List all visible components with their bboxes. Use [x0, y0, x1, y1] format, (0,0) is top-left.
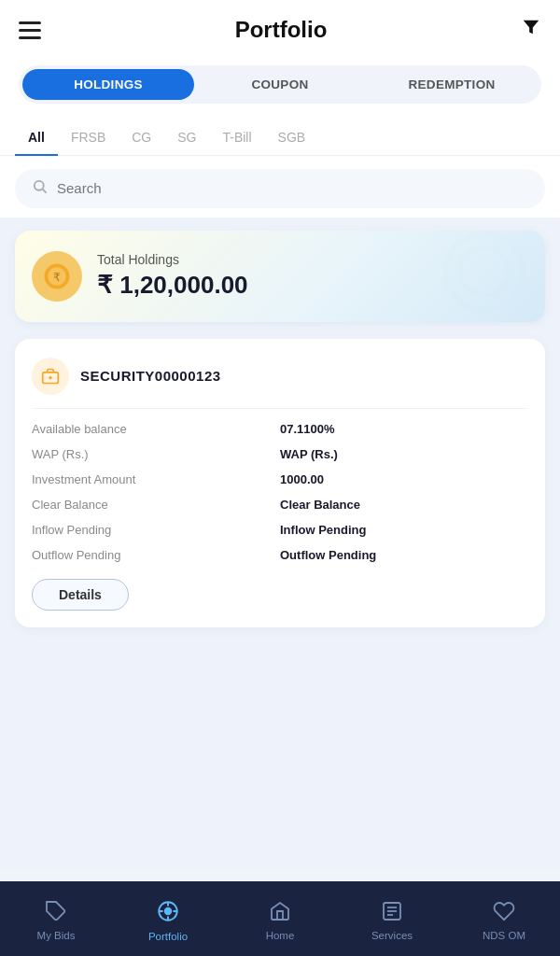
sub-tab-tbill[interactable]: T-Bill — [209, 119, 264, 156]
svg-point-6 — [460, 247, 508, 295]
tab-holdings[interactable]: HOLDINGS — [22, 69, 194, 100]
detail-value-2: 1000.00 — [280, 472, 528, 486]
nav-item-home[interactable]: Home — [224, 881, 336, 956]
hamburger-icon[interactable] — [19, 21, 41, 39]
pill-tab-bar: HOLDINGS COUPON REDEMPTION — [0, 56, 560, 119]
tab-coupon[interactable]: COUPON — [194, 69, 366, 100]
detail-value-5: Outflow Pending — [280, 548, 528, 562]
nav-item-nds-om[interactable]: NDS OM — [448, 881, 560, 956]
security-id: SECURITY00000123 — [80, 368, 221, 384]
search-icon — [32, 178, 48, 199]
services-icon — [381, 900, 403, 926]
sub-tab-sgb[interactable]: SGB — [265, 119, 319, 156]
nav-label-portfolio: Portfolio — [148, 931, 188, 942]
detail-label-1: WAP (Rs.) — [32, 447, 280, 461]
home-icon — [269, 900, 291, 926]
svg-line-1 — [43, 189, 47, 192]
sub-tab-cg[interactable]: CG — [119, 119, 164, 156]
detail-value-3: Clear Balance — [280, 498, 528, 512]
nav-label-my-bids: My Bids — [37, 930, 76, 941]
details-button[interactable]: Details — [32, 579, 129, 611]
svg-point-5 — [446, 232, 523, 309]
portfolio-icon — [156, 899, 180, 927]
sub-tab-bar: All FRSB CG SG T-Bill SGB — [0, 119, 560, 156]
security-briefcase-icon — [32, 358, 69, 395]
nav-label-home: Home — [266, 930, 295, 941]
detail-value-4: Inflow Pending — [280, 523, 528, 537]
detail-value-0: 07.1100% — [280, 422, 528, 436]
security-header: SECURITY00000123 — [32, 358, 528, 409]
main-content: ₹ Total Holdings ₹ 1,20,000.00 — [0, 218, 560, 871]
detail-label-0: Available balance — [32, 422, 280, 436]
search-box — [15, 169, 545, 208]
security-card: SECURITY00000123 Available balance 07.11… — [15, 339, 545, 627]
svg-point-0 — [35, 180, 44, 190]
sub-tab-frsb[interactable]: FRSB — [58, 119, 119, 156]
page-title: Portfolio — [235, 17, 328, 43]
nav-label-nds-om: NDS OM — [483, 930, 525, 941]
sub-tab-sg[interactable]: SG — [164, 119, 209, 156]
filter-icon[interactable] — [521, 17, 541, 43]
holdings-amount: ₹ 1,20,000.00 — [97, 271, 248, 300]
security-details-grid: Available balance 07.1100% WAP (Rs.) WAP… — [32, 422, 528, 562]
total-holdings-card: ₹ Total Holdings ₹ 1,20,000.00 — [15, 231, 545, 322]
holdings-coin-icon: ₹ — [32, 251, 82, 302]
bottom-nav: My Bids Portfolio Home — [0, 881, 560, 956]
search-section — [0, 156, 560, 218]
sub-tab-all[interactable]: All — [15, 119, 58, 156]
holdings-bg-icon — [433, 231, 536, 322]
detail-value-1: WAP (Rs.) — [280, 447, 528, 461]
detail-label-5: Outflow Pending — [32, 548, 280, 562]
svg-point-12 — [165, 908, 172, 915]
nav-item-portfolio[interactable]: Portfolio — [112, 881, 224, 956]
nds-om-icon — [493, 900, 515, 926]
search-input[interactable] — [57, 180, 528, 196]
detail-label-2: Investment Amount — [32, 472, 280, 486]
pill-tabs-container: HOLDINGS COUPON REDEMPTION — [19, 65, 541, 104]
holdings-text: Total Holdings ₹ 1,20,000.00 — [97, 252, 248, 300]
holdings-label: Total Holdings — [97, 252, 248, 267]
nav-label-services: Services — [371, 930, 413, 941]
app-header: Portfolio — [0, 0, 560, 56]
detail-label-3: Clear Balance — [32, 498, 280, 512]
detail-label-4: Inflow Pending — [32, 523, 280, 537]
nav-item-services[interactable]: Services — [336, 881, 448, 956]
svg-text:₹: ₹ — [53, 270, 61, 283]
my-bids-icon — [45, 900, 67, 926]
nav-item-my-bids[interactable]: My Bids — [0, 881, 112, 956]
tab-redemption[interactable]: REDEMPTION — [366, 69, 538, 100]
